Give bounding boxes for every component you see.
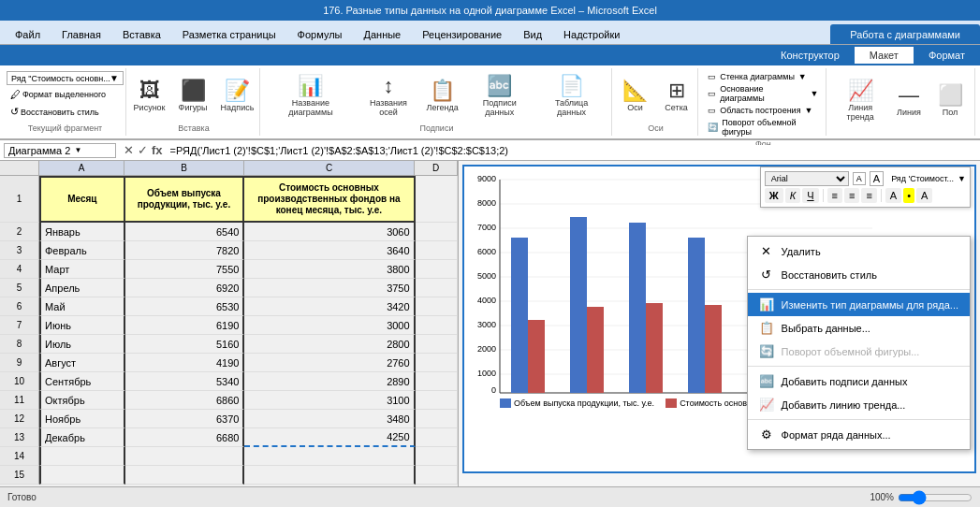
gridlines-btn[interactable]: ⊞ Сетка	[658, 78, 695, 115]
cell-c3[interactable]: 3640	[244, 241, 415, 260]
cell-c12[interactable]: 3480	[244, 410, 415, 428]
tab-file[interactable]: Файл	[5, 24, 51, 44]
cell-b5[interactable]: 6920	[125, 279, 245, 297]
cell-b1[interactable]: Объем выпуска продукции, тыс. у.е.	[125, 176, 245, 223]
cell-a11[interactable]: Октябрь	[39, 391, 125, 410]
name-box-arrow[interactable]: ▼	[74, 146, 81, 154]
tab-page-layout[interactable]: Разметка страницы	[172, 24, 286, 44]
tab-chart-work[interactable]: Работа с диаграммами	[830, 24, 980, 44]
formula-insert-icon[interactable]: fx	[152, 143, 163, 157]
sub-tab-constructor[interactable]: Конструктор	[766, 47, 855, 64]
cell-b9[interactable]: 4190	[125, 354, 245, 372]
cell-a14[interactable]	[39, 447, 125, 466]
cell-a8[interactable]: Июль	[39, 335, 125, 354]
cell-a7[interactable]: Июнь	[39, 316, 125, 335]
chart-wall-btn[interactable]: ▭ Стенка диаграммы ▼	[706, 71, 808, 82]
tab-review[interactable]: Рецензирование	[412, 24, 512, 44]
plot-area-btn[interactable]: ▭ Область построения ▼	[706, 105, 814, 116]
insert-text-btn[interactable]: 📝 Надпись	[216, 78, 259, 115]
trendline-btn[interactable]: 📈 Линия тренда	[834, 78, 886, 124]
formula-cancel-icon[interactable]: ✕	[124, 143, 134, 157]
axes-btn[interactable]: 📐 Оси	[617, 78, 654, 115]
cell-a12[interactable]: Ноябрь	[39, 410, 125, 428]
chart-floor-btn[interactable]: ▭ Основание диаграммы ▼	[706, 83, 820, 104]
legend-btn[interactable]: 📋 Легенда	[423, 78, 461, 115]
cell-b3[interactable]: 7820	[125, 241, 245, 260]
tab-home[interactable]: Главная	[51, 24, 111, 44]
cell-c11[interactable]: 3100	[244, 391, 415, 410]
font-color-btn[interactable]: A	[885, 188, 901, 203]
tab-addins[interactable]: Надстройки	[553, 24, 630, 44]
line-btn[interactable]: — Линия	[890, 82, 928, 120]
cell-c9[interactable]: 2760	[244, 354, 415, 372]
cell-b2[interactable]: 6540	[125, 223, 245, 241]
cell-c1[interactable]: Стоимость основных производственных фонд…	[244, 176, 415, 223]
data-labels-btn[interactable]: 🔤 Подписи данных	[465, 73, 534, 120]
cell-b6[interactable]: 6530	[125, 297, 245, 316]
cell-a15[interactable]	[39, 466, 125, 485]
cell-a9[interactable]: Август	[39, 354, 125, 372]
name-box[interactable]: Диаграмма 2 ▼	[4, 143, 116, 158]
ctx-add-trendline[interactable]: 📈 Добавить линию тренда...	[748, 393, 970, 416]
cell-b13[interactable]: 6680	[125, 428, 245, 447]
sub-tab-layout[interactable]: Макет	[855, 47, 914, 64]
cell-c14[interactable]	[244, 447, 415, 466]
cell-a3[interactable]: Февраль	[39, 241, 125, 260]
data-table-btn[interactable]: 📄 Таблица данных	[537, 73, 606, 120]
cell-c13[interactable]: 4250	[244, 428, 415, 447]
ctx-delete[interactable]: ✕ Удалить	[748, 239, 970, 263]
tab-data[interactable]: Данные	[353, 24, 411, 44]
toolbar-dropdown-arrow[interactable]: ▼	[958, 174, 966, 183]
cell-a4[interactable]: Март	[39, 260, 125, 279]
cell-c4[interactable]: 3800	[244, 260, 415, 279]
tab-view[interactable]: Вид	[513, 24, 552, 44]
align-center-btn[interactable]: ≡	[844, 188, 859, 203]
cell-c8[interactable]: 2800	[244, 335, 415, 354]
floor-btn[interactable]: ⬜ Пол	[931, 82, 969, 120]
formula-confirm-icon[interactable]: ✓	[138, 143, 148, 157]
cell-b10[interactable]: 5340	[125, 372, 245, 391]
ctx-restore-style[interactable]: ↺ Восстановить стиль	[748, 263, 970, 286]
underline-btn[interactable]: Ч	[802, 188, 818, 203]
cell-b14[interactable]	[125, 447, 245, 466]
italic-btn[interactable]: К	[785, 188, 800, 203]
restore-style-btn[interactable]: ↺ Восстановить стиль	[7, 104, 103, 120]
cell-b12[interactable]: 6370	[125, 410, 245, 428]
bold-btn[interactable]: Ж	[765, 188, 783, 203]
cell-c7[interactable]: 3000	[244, 316, 415, 335]
cell-b8[interactable]: 5160	[125, 335, 245, 354]
font-dropdown[interactable]: Arial	[765, 171, 849, 186]
cell-c6[interactable]: 3420	[244, 297, 415, 316]
border-btn[interactable]: A	[916, 188, 932, 203]
tab-insert[interactable]: Вставка	[112, 24, 171, 44]
cell-b11[interactable]: 6860	[125, 391, 245, 410]
cell-a2[interactable]: Январь	[39, 223, 125, 241]
insert-shapes-btn[interactable]: ⬛ Фигуры	[174, 78, 212, 115]
ctx-change-type[interactable]: 📊 Изменить тип диаграммы для ряда...	[748, 293, 970, 316]
sub-tab-format[interactable]: Формат	[914, 47, 980, 64]
ctx-select-data[interactable]: 📋 Выбрать данные...	[748, 316, 970, 340]
tab-formulas[interactable]: Формулы	[287, 24, 353, 44]
ctx-add-labels[interactable]: 🔤 Добавить подписи данных	[748, 369, 970, 393]
cell-c2[interactable]: 3060	[244, 223, 415, 241]
chart-title-btn[interactable]: 📊 Название диаграммы	[268, 73, 354, 120]
series-dropdown[interactable]: Ряд "Стоимость основн... ▼	[7, 71, 124, 85]
cell-b7[interactable]: 6190	[125, 316, 245, 335]
cell-c5[interactable]: 3750	[244, 279, 415, 297]
cell-a10[interactable]: Сентябрь	[39, 372, 125, 391]
format-selected-btn[interactable]: 🖊 Формат выделенного	[7, 87, 110, 102]
cell-a1[interactable]: Месяц	[39, 176, 125, 223]
cell-a13[interactable]: Декабрь	[39, 428, 125, 447]
axis-titles-btn[interactable]: ↕ Названия осей	[358, 73, 419, 120]
rotate-3d-btn[interactable]: 🔄 Поворот объемной фигуры	[706, 117, 820, 138]
insert-picture-btn[interactable]: 🖼 Рисунок	[129, 78, 170, 115]
ctx-format-series[interactable]: ⚙ Формат ряда данных...	[748, 423, 970, 446]
cell-b4[interactable]: 7550	[125, 260, 245, 279]
cell-b15[interactable]	[125, 466, 245, 485]
align-left-btn[interactable]: ≡	[827, 188, 842, 203]
highlight-btn[interactable]: •	[903, 188, 914, 203]
formula-input[interactable]	[170, 145, 976, 156]
align-right-btn[interactable]: ≡	[861, 188, 876, 203]
cell-a5[interactable]: Апрель	[39, 279, 125, 297]
cell-a6[interactable]: Май	[39, 297, 125, 316]
